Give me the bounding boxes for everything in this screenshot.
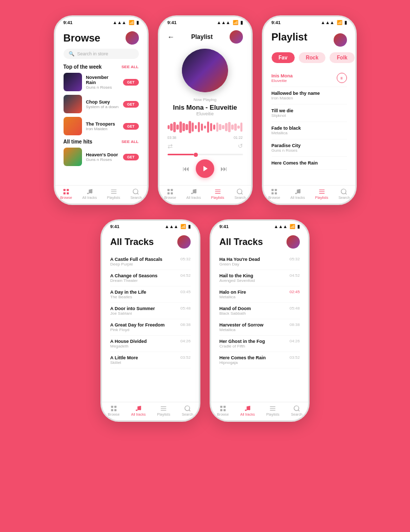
nav-search[interactable]: Search (338, 189, 350, 199)
playlist-track[interactable]: Fade to black Metallica (272, 122, 347, 139)
track-info: Her Ghost in the Fog Cradle of Fifth (219, 339, 265, 349)
track-row[interactable]: Harvester of Sorrow Metallica 08:38 (219, 319, 300, 336)
nav-browse[interactable]: Browse (268, 189, 280, 199)
track-row[interactable]: A Little More Skillet 03:52 (110, 352, 191, 369)
list-icon (214, 189, 222, 195)
song-title: Inis Mona - Eluveitie (173, 104, 237, 111)
playlist-track[interactable]: Till we die Slipknot (272, 105, 347, 122)
nav-alltracks[interactable]: All tracks (187, 189, 201, 199)
nav-playlists-label: Playlists (211, 196, 224, 199)
prev-button[interactable]: ⏮ (182, 165, 190, 173)
track-row[interactable]: Here Comes the Rain Hipnogaja 03:52 (219, 352, 300, 369)
track-name: Harvester of Sorrow (219, 322, 263, 328)
nav-search[interactable]: Search (234, 189, 245, 199)
search-icon (132, 189, 140, 195)
nav-browse[interactable]: Browse (217, 405, 229, 416)
nav-search-label: Search (130, 196, 141, 199)
track-artist: Dream Theater (110, 278, 157, 283)
track-row[interactable]: Halo on Fire Metallica 02:45 (219, 287, 300, 303)
track-row[interactable]: A Day in the Life The Beatles 03:45 (110, 287, 191, 303)
track-row[interactable]: A Great Day for Freedom Pink Floyd 08:38 (110, 319, 191, 336)
nav-alltracks[interactable]: All tracks (131, 405, 146, 416)
avatar[interactable] (177, 235, 191, 249)
battery-icon: ▮ (240, 20, 243, 25)
nav-alltracks[interactable]: All tracks (240, 405, 255, 416)
wifi-icon: 📶 (337, 20, 342, 25)
nav-alltracks[interactable]: All tracks (83, 189, 97, 199)
avatar[interactable] (286, 235, 300, 249)
track-item[interactable]: The Troopers Iron Maiden GET (64, 117, 139, 135)
avatar[interactable] (230, 30, 243, 44)
avatar[interactable] (334, 33, 347, 47)
avatar[interactable] (126, 31, 139, 45)
pill-rock[interactable]: Rock (299, 52, 325, 63)
track-name: Heaven's Door (86, 152, 119, 157)
next-button[interactable]: ⏭ (220, 165, 228, 173)
nav-browse[interactable]: Browse (108, 405, 119, 416)
track-row[interactable]: Her Ghost in the Fog Cradle of Fifth 04:… (219, 336, 300, 352)
track-item[interactable]: Heaven's Door Guns n Roses GET (64, 148, 139, 166)
status-time: 9:41 (272, 20, 281, 25)
track-row[interactable]: A House Divided Megadeth 04:26 (110, 336, 191, 352)
svg-point-35 (184, 406, 189, 411)
playlist-track[interactable]: Here Comes the Rain (272, 157, 347, 170)
play-button[interactable] (196, 159, 214, 178)
pt-name: Here Comes the Rain (272, 160, 318, 166)
get-button[interactable]: GET (123, 123, 138, 130)
nav-playlists[interactable]: Playlists (157, 405, 171, 416)
extras-row[interactable]: ⇄ ↺ (168, 142, 243, 150)
nav-alltracks-label: All tracks (187, 196, 201, 199)
repeat-icon[interactable]: ↺ (238, 142, 243, 150)
track-row[interactable]: Hail to the King Avenged Sevenfold 04:52 (219, 270, 300, 287)
track-duration: 08:38 (290, 322, 300, 327)
playlist-track[interactable]: Inis Mona Eluveitie ⏸ (272, 69, 347, 87)
track-item[interactable]: Chop Suey System of a down GET (64, 95, 139, 113)
nav-browse[interactable]: Browse (164, 189, 176, 199)
playlist-track[interactable]: Hallowed be thy name Iron Maiden (272, 87, 347, 105)
svg-line-36 (189, 410, 190, 412)
nav-alltracks[interactable]: All tracks (291, 189, 305, 199)
pause-icon[interactable]: ⏸ (337, 73, 347, 83)
pill-fav[interactable]: Fav (272, 52, 295, 63)
get-button[interactable]: GET (123, 101, 138, 108)
progress-bar[interactable] (168, 154, 243, 155)
see-all-alltime[interactable]: SEE ALL (121, 139, 138, 144)
pt-artist: Iron Maiden (272, 96, 320, 100)
search-bar[interactable]: 🔍 Search in store (64, 49, 139, 59)
track-row[interactable]: A Castle Full of Rascals Deep Purple 05:… (110, 254, 191, 270)
pill-folk[interactable]: Folk (330, 52, 355, 63)
see-all-top[interactable]: SEE ALL (121, 65, 138, 69)
track-row[interactable]: Hand of Doom Black Sabbath 05:48 (219, 303, 300, 319)
nav-playlists-label: Playlists (266, 413, 280, 416)
nav-search[interactable]: Search (182, 405, 193, 416)
track-name: A Change of Seasons (110, 273, 157, 278)
track-item[interactable]: November Rain Guns n Roses GET (64, 73, 139, 91)
nav-playlists[interactable]: Playlists (107, 189, 120, 199)
nav-playlists[interactable]: Playlists (315, 189, 329, 199)
playlist-track[interactable]: Paradise City Guns n Roses (272, 139, 347, 157)
home-icon (219, 405, 227, 412)
back-button[interactable]: ← (168, 33, 175, 41)
nav-search[interactable]: Search (130, 189, 141, 199)
list-icon (269, 405, 277, 412)
shuffle-icon[interactable]: ⇄ (168, 142, 173, 150)
nav-playlists[interactable]: Playlists (266, 405, 280, 416)
track-row[interactable]: A Change of Seasons Dream Theater 04:52 (110, 270, 191, 287)
track-row[interactable]: A Door into Summer Joe Satriani 05:48 (110, 303, 191, 319)
nav-search-label: Search (182, 413, 193, 416)
nav-search[interactable]: Search (291, 405, 302, 416)
playlist-list-screen: Playlist Fav Rock Folk Inis Mona Eluveit… (263, 26, 355, 185)
track-duration: 08:38 (180, 322, 191, 327)
svg-rect-11 (171, 189, 173, 191)
svg-rect-31 (114, 409, 116, 411)
nav-browse[interactable]: Browse (60, 189, 72, 199)
track-row[interactable]: Ha Ha You're Dead Green Day 05:32 (219, 254, 300, 270)
list-icon (159, 405, 168, 412)
nav-playlists-label: Playlists (315, 196, 329, 199)
nav-playlists[interactable]: Playlists (211, 189, 224, 199)
track-artist: Pink Floyd (110, 328, 165, 332)
signal-icon: ▲▲▲ (217, 20, 231, 25)
get-button[interactable]: GET (123, 154, 138, 160)
get-button[interactable]: GET (123, 79, 138, 86)
track-name: Ha Ha You're Dead (219, 257, 260, 262)
